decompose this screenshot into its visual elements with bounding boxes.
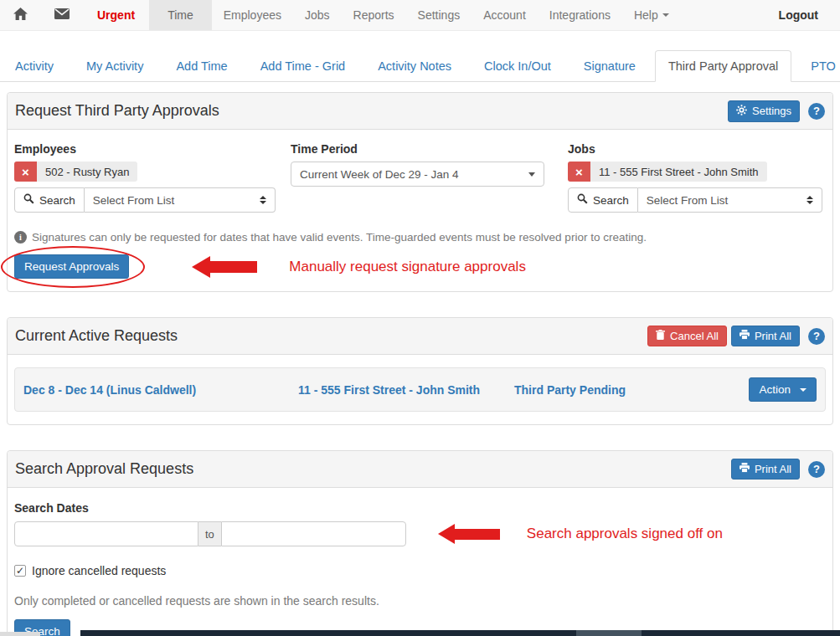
home-nav-link[interactable]	[0, 0, 41, 30]
ignore-cancelled-checkbox[interactable]: ✓	[14, 565, 26, 577]
tab-add-time-grid[interactable]: Add Time - Grid	[247, 50, 359, 82]
remove-job-icon[interactable]: ×	[568, 162, 590, 182]
printer-icon	[740, 330, 750, 342]
employees-field-group: Employees × 502 - Rusty Ryan Search	[14, 142, 276, 213]
employee-select-from-list[interactable]: Select From List	[85, 187, 276, 213]
help-icon[interactable]: ?	[808, 103, 825, 120]
trash-icon	[656, 330, 665, 342]
request-approvals-row: Request Approvals Manually request signa…	[14, 254, 826, 279]
job-search-button-label: Search	[593, 194, 629, 207]
date-to-input[interactable]	[221, 521, 406, 546]
request-approvals-panel-body: Employees × 502 - Rusty Ryan Search	[8, 130, 832, 291]
job-search-button[interactable]: Search	[568, 187, 638, 213]
mail-nav-link[interactable]	[41, 0, 83, 30]
bottom-edge-sliver	[0, 632, 40, 636]
date-from-input[interactable]	[14, 521, 198, 546]
top-navbar: Urgent Time Employees Jobs Reports Setti…	[0, 0, 840, 31]
chevron-down-icon	[662, 13, 669, 17]
time-period-label: Time Period	[291, 142, 544, 156]
job-selected-tag: × 11 - 555 First Street - John Smith	[568, 162, 767, 182]
time-period-select[interactable]: Current Week of Dec 29 - Jan 4	[291, 162, 544, 187]
job-select-from-list[interactable]: Select From List	[638, 187, 822, 213]
search-approval-requests-header: Search Approval Requests Print All ?	[8, 451, 832, 488]
nav-item-help[interactable]: Help	[622, 0, 681, 30]
to-separator: to	[198, 521, 221, 546]
settings-button[interactable]: Settings	[728, 100, 800, 122]
home-icon	[13, 8, 28, 23]
jobs-label: Jobs	[568, 142, 822, 156]
help-icon[interactable]: ?	[808, 328, 825, 345]
job-select-placeholder: Select From List	[647, 194, 729, 207]
nav-item-help-label: Help	[634, 8, 658, 22]
cancel-all-button[interactable]: Cancel All	[647, 326, 727, 346]
ignore-cancelled-label: Ignore cancelled requests	[32, 564, 166, 577]
signatures-info-text: Signatures can only be requested for dat…	[32, 231, 647, 244]
employees-label: Employees	[14, 142, 276, 156]
nav-item-jobs[interactable]: Jobs	[293, 0, 342, 30]
nav-item-urgent[interactable]: Urgent	[83, 0, 149, 30]
print-all-button-label: Print All	[755, 463, 791, 475]
page: Urgent Time Employees Jobs Reports Setti…	[0, 0, 840, 636]
bottom-taskbar-edge-highlight	[576, 630, 642, 636]
time-sub-tabs: Activity My Activity Add Time Add Time -…	[0, 50, 840, 82]
nav-item-account[interactable]: Account	[472, 0, 538, 30]
search-dates-label: Search Dates	[14, 501, 826, 515]
annotation-request-approvals: Manually request signature approvals	[289, 259, 526, 275]
nav-item-employees[interactable]: Employees	[212, 0, 293, 30]
employee-select-placeholder: Select From List	[93, 194, 175, 207]
mail-icon	[54, 8, 70, 22]
tab-add-time[interactable]: Add Time	[162, 50, 240, 82]
annotation-search-approvals: Search approvals signed off on	[527, 526, 723, 542]
settings-button-label: Settings	[752, 105, 791, 117]
request-job-link[interactable]: 11 - 555 First Street - John Smith	[298, 383, 514, 397]
logout-button[interactable]: Logout	[757, 0, 840, 30]
job-tag-label: 11 - 555 First Street - John Smith	[590, 162, 767, 182]
request-approvals-panel: Request Third Party Approvals Settings ?…	[7, 92, 833, 292]
jobs-field-group: Jobs × 11 - 555 First Street - John Smit…	[568, 142, 822, 213]
employee-tag-label: 502 - Rusty Ryan	[37, 162, 137, 182]
request-approvals-button[interactable]: Request Approvals	[14, 254, 129, 279]
help-icon[interactable]: ?	[808, 461, 825, 478]
ignore-cancelled-checkbox-row: ✓ Ignore cancelled requests	[14, 564, 826, 577]
cancel-all-button-label: Cancel All	[670, 330, 719, 342]
tab-signature[interactable]: Signature	[570, 50, 649, 82]
info-icon: i	[14, 231, 27, 244]
tab-clock-in-out[interactable]: Clock In/Out	[471, 50, 564, 82]
current-active-requests-header: Current Active Requests Cancel All Print…	[8, 318, 832, 355]
search-dates-row: to Search approvals signed off on	[14, 521, 826, 546]
tab-third-party-approval[interactable]: Third Party Approval	[655, 50, 791, 82]
print-all-button[interactable]: Print All	[731, 459, 800, 480]
tab-activity[interactable]: Activity	[2, 50, 67, 82]
request-approvals-panel-header: Request Third Party Approvals Settings ?	[8, 93, 832, 130]
select-arrows-icon	[260, 196, 266, 204]
remove-employee-icon[interactable]: ×	[14, 162, 37, 182]
tab-activity-notes[interactable]: Activity Notes	[364, 50, 465, 82]
print-all-button[interactable]: Print All	[731, 326, 800, 346]
chevron-down-icon	[800, 388, 807, 392]
annotation-arrow-left-icon	[192, 256, 257, 278]
request-status-badge: Third Party Pending	[514, 383, 749, 397]
employee-search-button-label: Search	[39, 194, 75, 207]
action-button-label: Action	[759, 383, 791, 396]
panel-title: Request Third Party Approvals	[15, 102, 219, 120]
employee-selected-tag: × 502 - Rusty Ryan	[14, 162, 137, 182]
nav-item-reports[interactable]: Reports	[342, 0, 406, 30]
nav-item-time[interactable]: Time	[149, 0, 212, 30]
nav-item-settings[interactable]: Settings	[406, 0, 472, 30]
gear-icon	[736, 105, 747, 118]
search-icon	[577, 193, 588, 207]
printer-icon	[740, 463, 750, 475]
chevron-down-icon	[528, 172, 535, 177]
employee-search-button[interactable]: Search	[14, 187, 85, 213]
annotation-arrow-left-icon	[438, 524, 500, 544]
bottom-taskbar-edge	[80, 630, 840, 636]
time-period-field-group: Time Period Current Week of Dec 29 - Jan…	[291, 142, 544, 213]
nav-item-integrations[interactable]: Integrations	[538, 0, 622, 30]
request-date-range-link[interactable]: Dec 8 - Dec 14 (Linus Caldwell)	[23, 383, 298, 397]
action-button[interactable]: Action	[749, 377, 817, 402]
tab-my-activity[interactable]: My Activity	[73, 50, 157, 82]
panel-title: Search Approval Requests	[15, 460, 193, 478]
results-note: Only completed or cancelled requests are…	[14, 594, 826, 608]
tab-pto[interactable]: PTO	[797, 50, 840, 82]
current-active-requests-body: Dec 8 - Dec 14 (Linus Caldwell) 11 - 555…	[8, 355, 832, 424]
